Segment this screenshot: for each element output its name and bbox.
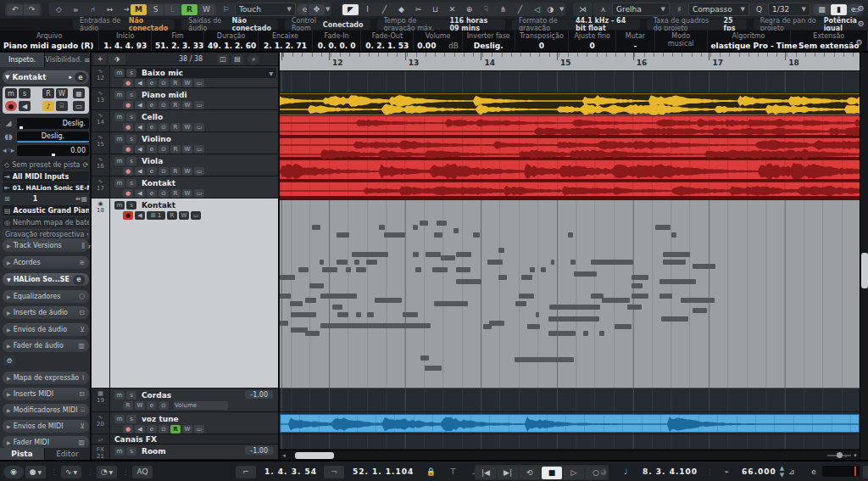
track-record-button[interactable]: ● [123, 145, 133, 154]
midi-note[interactable] [291, 312, 316, 317]
track-record-button[interactable]: ● [123, 101, 133, 109]
lane-baixo-mic[interactable] [280, 71, 860, 93]
mute-tool-icon[interactable]: ✕ [444, 4, 460, 15]
reload-icon[interactable]: ⟳ [82, 161, 88, 169]
line-tool-icon[interactable]: ╱ [512, 4, 528, 15]
track-monitor-button[interactable]: ◀ [135, 425, 145, 433]
track-monitor-button[interactable]: ◀ [135, 211, 145, 220]
midi-note[interactable] [290, 301, 303, 306]
record-mode-button[interactable]: ● ▼ [25, 466, 46, 478]
read-automation-button[interactable]: R [42, 88, 54, 98]
midi-note[interactable] [615, 324, 632, 329]
snap-type-dropdown[interactable]: Grelha ▼ [612, 3, 670, 16]
midi-note[interactable] [346, 267, 351, 272]
track-monitor-button[interactable]: ◀ [135, 167, 145, 176]
track-name[interactable]: Violino [142, 135, 171, 143]
track-row-kontakt[interactable]: ∿17msKontakt●◀e⊙RW▭ [92, 176, 278, 199]
midi-note[interactable] [420, 355, 429, 361]
track-edit-button[interactable]: e [147, 189, 157, 198]
track-edit-button[interactable]: e [147, 167, 157, 176]
lane-audio-event-red-3[interactable] [280, 182, 860, 199]
midi-note[interactable] [354, 260, 359, 265]
track-freeze-button[interactable]: ⊙ [159, 425, 169, 433]
chevron-down-icon[interactable]: ▼ [269, 70, 273, 76]
track-lane-display-button[interactable]: ▭ [194, 425, 204, 433]
add-track-button[interactable]: + [94, 54, 106, 64]
play-button[interactable]: ▷ [564, 467, 584, 479]
midi-output-row[interactable]: ⇤ 01. HALion Sonic SE-MIDI [3, 182, 89, 193]
midi-note[interactable] [413, 252, 419, 257]
midi-note[interactable] [367, 312, 374, 317]
track-mute-button[interactable]: m [114, 415, 125, 423]
track-row-violino[interactable]: ∿15msViolino●◀e⊙RW▭ [92, 132, 278, 154]
track-edit-button[interactable]: e [147, 425, 157, 433]
midi-note[interactable] [602, 298, 630, 303]
track-write-button[interactable]: W [182, 425, 192, 433]
info-field-value[interactable]: - [620, 42, 651, 50]
track-record-button[interactable]: ● [123, 123, 133, 131]
global-s-button[interactable]: S [147, 4, 164, 15]
inspector-section-modificadores-midi[interactable]: ▶Modificadores MIDI⌸ [3, 404, 89, 417]
midi-note[interactable] [420, 221, 428, 226]
info-field[interactable]: Duração49. 1. 2. 60 [204, 31, 259, 51]
midi-note[interactable] [432, 267, 448, 272]
infoline-gear-icon[interactable]: ⚙ [851, 37, 867, 48]
lane-display-icon[interactable]: ▭ [73, 101, 85, 111]
track-gutter[interactable]: ∿13 [92, 88, 110, 109]
quantize-dropdown[interactable]: 1/32 ▼ [768, 3, 810, 16]
midi-note[interactable] [384, 232, 405, 238]
track-mute-button[interactable]: m [114, 179, 125, 187]
lane-audio-event-red-1[interactable] [280, 137, 860, 159]
track-write-button[interactable]: W [182, 167, 192, 176]
global-l-button[interactable]: L [164, 4, 181, 15]
monitor-button[interactable]: ◀ [19, 101, 31, 111]
inspector-section-envios-de-midi[interactable]: ▶Envios de MIDI⊻ [3, 420, 89, 433]
midi-note[interactable] [280, 275, 295, 280]
info-field-value[interactable]: 1. 4. 4. 93 [103, 42, 147, 50]
zoom-menu-icon[interactable]: ▾ [851, 452, 860, 459]
inspector-section-fader-de-udio[interactable]: ▶Fader de áudio▥ [3, 339, 89, 352]
track-name[interactable]: Kontakt [142, 179, 175, 187]
transport-gear-icon[interactable]: ⚙ [863, 466, 868, 478]
zoom-tool-icon[interactable]: ⊕ [461, 4, 477, 15]
track-presets-icon[interactable]: ▤ [231, 54, 243, 64]
lane-cordas[interactable] [280, 389, 860, 412]
midi-note[interactable] [337, 312, 348, 317]
midi-note[interactable] [659, 294, 672, 299]
midi-note[interactable] [320, 323, 431, 328]
track-edit-button[interactable]: e [147, 401, 157, 410]
track-read-button[interactable]: R [170, 101, 181, 109]
track-record-button[interactable]: ● [123, 211, 133, 220]
info-field-value[interactable]: Deslig. [466, 42, 511, 50]
track-record-button[interactable]: ● [123, 167, 133, 176]
track-write-button[interactable]: W [182, 123, 192, 131]
inspector-section-halion-so-se[interactable]: ▼HALion So...SEe [3, 273, 89, 286]
midi-note[interactable] [426, 252, 441, 257]
info-field-value[interactable]: 0. 0. 0. 0 [316, 42, 358, 50]
midi-note[interactable] [320, 294, 357, 299]
track-row-cello[interactable]: ∿14msCello●◀e⊙RW▭ [92, 110, 278, 132]
track-name[interactable]: Viola [142, 157, 163, 165]
vertical-scrollbar[interactable] [860, 53, 868, 460]
info-field-value[interactable]: 2. 1. 2. 71 [262, 42, 309, 50]
midi-note[interactable] [661, 316, 688, 322]
inspector-section-inserts-de-udio[interactable]: ▶Inserts de áudio⊡ [3, 306, 89, 319]
track-solo-button[interactable]: s [126, 113, 136, 121]
inspector-gear-icon[interactable]: ⚙ [3, 355, 15, 366]
track-lane-display-button[interactable]: ▭ [194, 123, 204, 131]
midi-note[interactable] [515, 357, 574, 362]
midi-note[interactable] [536, 312, 539, 317]
time-warp-tool-icon[interactable]: ⋔ [495, 4, 511, 15]
track-mute-button[interactable]: m [114, 157, 125, 165]
info-field[interactable]: Transposição0 [515, 31, 570, 51]
global-m-button[interactable]: M [131, 4, 147, 15]
left-zone-toggle[interactable]: ▮ [831, 4, 847, 15]
hand-tool-icon[interactable]: ☟ [478, 4, 494, 15]
midi-note[interactable] [312, 225, 320, 230]
midi-record-mode-button[interactable]: ◔ ▼ [97, 466, 117, 478]
midi-note[interactable] [574, 271, 597, 277]
midi-note[interactable] [453, 228, 459, 233]
track-read-button[interactable]: R [170, 79, 181, 87]
midi-note[interactable] [415, 267, 421, 272]
lock-punch-icon[interactable]: 🔒 [420, 466, 441, 478]
